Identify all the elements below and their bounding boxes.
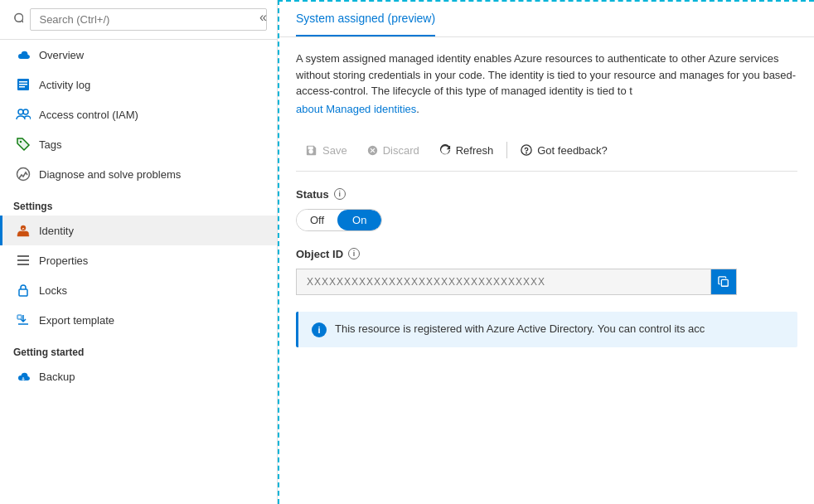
copy-object-id-button[interactable] (710, 269, 737, 295)
identity-icon (16, 223, 31, 238)
tags-icon (16, 137, 31, 152)
copy-icon (718, 276, 729, 288)
svg-point-4 (18, 109, 23, 114)
toggle-on-option[interactable]: On (337, 210, 381, 230)
status-label: Status i (296, 188, 797, 201)
search-icon (10, 12, 23, 27)
refresh-button[interactable]: Refresh (429, 140, 504, 161)
description-text: A system assigned managed identity enabl… (296, 51, 797, 99)
sidebar-item-tags[interactable]: Tags (0, 129, 277, 159)
access-control-icon (16, 107, 31, 122)
sidebar-item-access-control[interactable]: Access control (IAM) (0, 99, 277, 129)
sidebar-item-diagnose[interactable]: Diagnose and solve problems (0, 159, 277, 189)
svg-point-5 (23, 109, 28, 114)
svg-point-14 (526, 153, 527, 153)
toolbar: Save Discard Refresh (296, 128, 797, 172)
object-id-info-icon[interactable]: i (348, 248, 360, 259)
svg-point-7 (17, 168, 30, 181)
activity-log-icon (16, 77, 31, 92)
object-id-input[interactable] (296, 269, 710, 295)
svg-rect-10 (17, 259, 29, 261)
toggle-off-option[interactable]: Off (297, 210, 337, 230)
feedback-label: Got feedback? (537, 144, 608, 157)
sidebar-item-properties[interactable]: Properties (0, 245, 277, 275)
sidebar: « Overview Activity log (0, 0, 278, 504)
svg-rect-13 (17, 315, 22, 319)
backup-icon (16, 369, 31, 384)
sidebar-item-diagnose-label: Diagnose and solve problems (39, 168, 181, 181)
status-info-icon[interactable]: i (334, 188, 346, 200)
object-id-section: Object ID i (296, 248, 797, 295)
search-input[interactable] (30, 8, 267, 31)
sidebar-nav: Overview Activity log (0, 40, 277, 504)
sidebar-item-overview-label: Overview (39, 49, 84, 61)
sidebar-item-activity-log-label: Activity log (39, 79, 90, 91)
description-body: A system assigned managed identity enabl… (296, 52, 796, 97)
sidebar-item-locks[interactable]: Locks (0, 275, 277, 305)
description-link-suffix: . (416, 103, 419, 115)
svg-rect-2 (19, 84, 27, 85)
refresh-icon (439, 144, 451, 156)
sidebar-item-locks-label: Locks (39, 284, 67, 297)
save-button[interactable]: Save (296, 140, 357, 161)
diagnose-icon (16, 167, 31, 182)
discard-button[interactable]: Discard (357, 140, 429, 161)
svg-rect-12 (19, 289, 27, 296)
properties-icon (16, 253, 31, 268)
info-banner-icon: i (312, 322, 327, 337)
toolbar-divider (506, 142, 507, 158)
sidebar-item-backup[interactable]: Backup (0, 361, 277, 391)
content-area: A system assigned managed identity enabl… (279, 37, 814, 504)
managed-identities-link[interactable]: about Managed identities (296, 103, 416, 115)
svg-rect-9 (17, 255, 29, 257)
refresh-label: Refresh (456, 144, 494, 157)
settings-section-header: Settings (0, 189, 277, 216)
getting-started-section-header: Getting started (0, 335, 277, 361)
svg-point-6 (20, 141, 22, 143)
sidebar-item-activity-log[interactable]: Activity log (0, 70, 277, 99)
svg-rect-15 (721, 279, 728, 286)
svg-rect-3 (19, 86, 25, 88)
sidebar-item-identity-label: Identity (39, 225, 74, 237)
sidebar-item-export-template[interactable]: Export template (0, 305, 277, 335)
locks-icon (16, 283, 31, 298)
tabs-bar: System assigned (preview) (279, 2, 814, 37)
sidebar-item-identity[interactable]: Identity (0, 216, 277, 245)
sidebar-item-export-template-label: Export template (39, 314, 114, 327)
object-id-label: Object ID i (296, 248, 797, 260)
sidebar-item-properties-label: Properties (39, 254, 88, 267)
status-toggle[interactable]: Off On (296, 209, 382, 231)
tab-system-assigned[interactable]: System assigned (preview) (296, 2, 435, 36)
save-icon (306, 144, 317, 156)
sidebar-item-overview[interactable]: Overview (0, 40, 277, 70)
status-section: Status i Off On (296, 188, 797, 231)
sidebar-item-backup-label: Backup (39, 371, 75, 383)
sidebar-item-access-control-label: Access control (IAM) (39, 109, 138, 121)
sidebar-item-tags-label: Tags (39, 138, 61, 151)
save-label: Save (322, 144, 347, 157)
feedback-button[interactable]: Got feedback? (511, 140, 618, 161)
feedback-icon (521, 144, 532, 156)
info-banner-text: This resource is registered with Azure A… (335, 322, 705, 337)
info-banner: i This resource is registered with Azure… (296, 312, 797, 347)
collapse-button[interactable]: « (256, 8, 270, 27)
svg-rect-1 (19, 81, 27, 83)
svg-rect-11 (17, 264, 29, 265)
discard-icon (367, 145, 378, 156)
discard-label: Discard (383, 144, 419, 157)
object-id-row (296, 269, 797, 295)
search-bar[interactable] (0, 0, 277, 40)
cloud-icon (16, 47, 31, 62)
main-content: System assigned (preview) A system assig… (278, 0, 814, 504)
export-template-icon (16, 313, 31, 327)
